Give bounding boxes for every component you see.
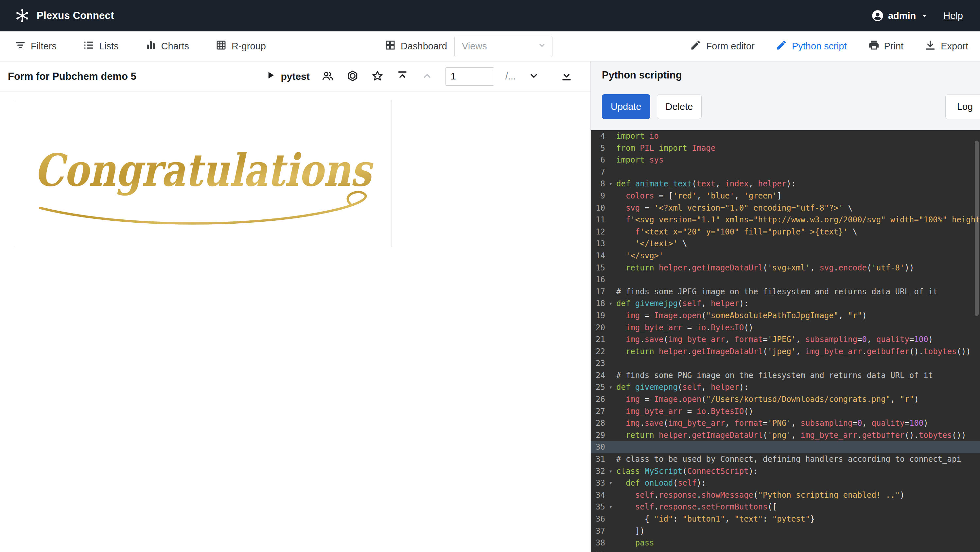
fold-spacer [605,406,616,418]
filters-icon [14,39,26,53]
code-line-12[interactable]: 12 f'<text x="20" y="100" fill="purple" … [591,226,980,238]
code-line-5[interactable]: 5from PIL import Image [591,142,980,154]
code-line-11[interactable]: 11 f'<svg version="1.1" xmlns="http://ww… [591,214,980,226]
code-line-35[interactable]: 35▾ self.response.setFormButtons([ [591,501,980,513]
form-controls: pytest [266,67,573,86]
form-canvas: Congratulations [0,92,590,552]
run-script-button[interactable]: pytest [266,70,309,83]
log-button[interactable]: Log [945,94,980,119]
line-number: 38 [591,537,605,549]
line-number: 4 [591,130,605,142]
record-prev-button[interactable] [420,69,434,84]
star-icon [371,70,384,83]
code-line-15[interactable]: 15 return helper.getImageDataUrl('svg+xm… [591,262,980,274]
rgroup-button[interactable]: R-group [215,39,266,53]
code-line-13[interactable]: 13 '</text>' \ [591,238,980,250]
line-number: 29 [591,430,605,441]
print-button[interactable]: Print [868,39,904,53]
editor-scrollbar[interactable] [975,132,979,550]
help-link[interactable]: Help [943,11,963,21]
code-line-7[interactable]: 7 [591,166,980,178]
code-text: '</svg>' [616,250,980,262]
code-editor[interactable]: 4import io5from PIL import Image6import … [591,130,980,552]
fold-spacer [605,525,616,537]
code-line-22[interactable]: 22 return helper.getImageDataUrl('jpeg',… [591,346,980,358]
congratulations-image: Congratulations [14,100,392,247]
code-line-31[interactable]: 31# class to be used by Connect, definin… [591,453,980,465]
code-line-27[interactable]: 27 img_byte_arr = io.BytesIO() [591,406,980,418]
fold-chevron-icon[interactable]: ▾ [605,297,616,310]
code-line-17[interactable]: 17# finds some JPEG image on the filesys… [591,286,980,298]
code-line-29[interactable]: 29 return helper.getImageDataUrl('png', … [591,430,980,441]
python-script-button[interactable]: Python script [776,39,847,53]
filters-label: Filters [31,41,57,52]
scroll-bottom-button[interactable] [560,69,573,84]
charts-button[interactable]: Charts [145,39,189,53]
code-line-38[interactable]: 38 pass [591,537,980,549]
script-buttons: Update Delete Log [602,94,980,130]
fold-spacer [605,238,616,250]
code-line-9[interactable]: 9 colors = ['red', 'blue', 'green'] [591,190,980,202]
code-line-36[interactable]: 36 { "id": "button1", "text": "pytest"} [591,513,980,525]
code-line-18[interactable]: 18▾def givemejpg(self, helper): [591,297,980,310]
line-number: 35 [591,501,605,513]
filters-button[interactable]: Filters [14,39,57,53]
structure-button[interactable] [346,69,360,84]
line-number: 17 [591,286,605,298]
code-line-24[interactable]: 24# finds some PNG image on the filesyst… [591,369,980,382]
code-line-37[interactable]: 37 ]) [591,525,980,537]
fold-chevron-icon[interactable]: ▾ [605,381,616,393]
code-line-39[interactable]: 39 [591,549,980,552]
fold-chevron-icon[interactable]: ▾ [605,501,616,513]
user-menu[interactable]: admin [871,9,929,22]
line-number: 23 [591,358,605,369]
fold-chevron-icon[interactable]: ▾ [605,477,616,489]
users-button[interactable] [321,69,335,84]
favorite-button[interactable] [371,69,384,84]
dashboard-button[interactable]: Dashboard [384,39,447,53]
fold-chevron-icon[interactable]: ▾ [605,465,616,477]
code-line-14[interactable]: 14 '</svg>' [591,250,980,262]
code-line-10[interactable]: 10 svg = '<?xml version="1.0" encoding="… [591,202,980,214]
code-line-4[interactable]: 4import io [591,130,980,142]
export-button[interactable]: Export [924,39,968,53]
fold-chevron-icon[interactable]: ▾ [605,178,616,190]
scroll-top-button[interactable] [396,69,409,84]
line-number: 5 [591,142,605,154]
fold-spacer [605,537,616,549]
update-button[interactable]: Update [602,94,650,119]
code-text: # class to be used by Connect, defining … [616,453,980,465]
code-line-32[interactable]: 32▾class MyScript(ConnectScript): [591,465,980,477]
code-text: from PIL import Image [616,142,980,154]
code-line-8[interactable]: 8▾def animate_text(text, index, helper): [591,178,980,190]
record-next-button[interactable] [527,69,541,84]
code-line-6[interactable]: 6import sys [591,154,980,166]
code-line-33[interactable]: 33▾ def onLoad(self): [591,477,980,489]
code-line-30[interactable]: 30 [591,441,980,453]
code-line-23[interactable]: 23 [591,358,980,369]
code-line-26[interactable]: 26 img = Image.open("/Users/kortusd/Down… [591,393,980,406]
fold-spacer [605,417,616,430]
lists-button[interactable]: Lists [83,39,119,53]
grid-icon [215,39,227,53]
code-line-19[interactable]: 19 img = Image.open("someAbsolutePathToJ… [591,310,980,322]
code-text: self.response.setFormButtons([ [616,501,980,513]
code-line-34[interactable]: 34 self.response.showMessage("Python scr… [591,489,980,501]
fold-spacer [605,202,616,214]
line-number: 15 [591,262,605,274]
code-line-25[interactable]: 25▾def givemepng(self, helper): [591,381,980,393]
form-editor-label: Form editor [706,41,755,52]
code-line-28[interactable]: 28 img.save(img_byte_arr, format='PNG', … [591,417,980,430]
printer-icon [868,39,880,53]
line-number: 24 [591,369,605,382]
record-number-input[interactable] [445,67,494,86]
delete-button[interactable]: Delete [657,94,702,119]
scrollbar-thumb[interactable] [975,141,979,316]
code-line-16[interactable]: 16 [591,274,980,286]
views-select[interactable]: Views [454,36,552,57]
line-number: 21 [591,334,605,346]
code-line-21[interactable]: 21 img.save(img_byte_arr, format='JPEG',… [591,334,980,346]
fold-spacer [605,369,616,382]
form-editor-button[interactable]: Form editor [690,39,755,53]
code-line-20[interactable]: 20 img_byte_arr = io.BytesIO() [591,322,980,334]
